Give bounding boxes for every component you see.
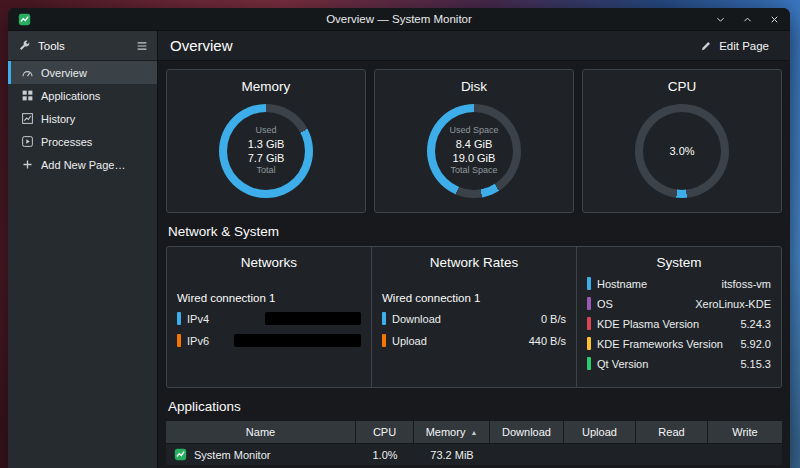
ipv6-color-bar [177,334,181,347]
download-color-bar [382,312,386,325]
sidebar-toolbar-title: Tools [38,40,65,52]
column-header-read[interactable]: Read [636,421,708,443]
disk-card: Disk Used Space 8.4 GiB 19.0 GiB Total S… [374,69,574,213]
close-icon[interactable] [769,14,780,25]
edit-page-button[interactable]: Edit Page [691,37,778,55]
download-row: Download 0 B/s [382,311,566,326]
window-controls [715,14,780,25]
sidebar-item-add-new-page[interactable]: Add New Page… [8,153,157,176]
network-rates-column: Network Rates Wired connection 1 Downloa… [371,247,576,387]
memory-gauge-text: Used 1.3 GiB 7.7 GiB Total [219,104,313,198]
cpu-card: CPU 3.0% [582,69,782,213]
memory-total-label: Total [256,165,275,177]
table-row-system-monitor[interactable]: System Monitor 1.0% 73.2 MiB [166,443,782,465]
column-header-download[interactable]: Download [490,421,564,443]
qt-version-row: Qt Version 5.15.3 [587,356,771,371]
sort-ascending-icon: ▲ [470,429,477,436]
window-body: Tools Overview Applications History Proc… [8,31,790,468]
system-monitor-mini-icon [174,448,187,461]
plasma-version-label: KDE Plasma Version [597,318,699,330]
column-header-name[interactable]: Name [166,421,356,443]
memory-used-label: Used [255,125,276,137]
sidebar-item-overview[interactable]: Overview [8,61,157,84]
memory-card: Memory Used 1.3 GiB 7.7 GiB Total [166,69,366,213]
applications-table-header: Name CPU Memory▲ Download Upload Read Wr… [166,421,782,443]
edit-page-label: Edit Page [719,40,769,52]
disk-card-title: Disk [375,79,573,94]
page-content: Memory Used 1.3 GiB 7.7 GiB Total Disk [158,61,790,468]
titlebar: Overview — System Monitor [8,8,790,31]
gauge-icon [21,66,34,79]
rates-connection-name: Wired connection 1 [382,292,566,304]
plasma-color-bar [587,317,591,330]
column-header-download-label: Download [502,426,551,438]
frameworks-version-value: 5.92.0 [740,338,771,350]
download-value: 0 B/s [541,313,566,325]
column-header-write-label: Write [732,426,757,438]
window-title: Overview — System Monitor [8,13,790,25]
ipv6-row: IPv6 [177,333,361,348]
network-system-section-title: Network & System [168,224,780,239]
system-monitor-app-icon [18,13,31,26]
hostname-label: Hostname [597,278,647,290]
frameworks-version-row: KDE Frameworks Version 5.92.0 [587,336,771,351]
applications-section-title: Applications [168,399,780,414]
sidebar: Tools Overview Applications History Proc… [8,31,158,468]
network-rates-title: Network Rates [382,255,566,270]
memory-used-value: 1.3 GiB [248,137,285,151]
os-label: OS [597,298,613,310]
column-header-upload[interactable]: Upload [564,421,636,443]
tools-icon [18,39,31,52]
frameworks-version-label: KDE Frameworks Version [597,338,723,350]
download-label: Download [392,313,441,325]
app-cpu-cell: 1.0% [356,449,414,461]
maximize-icon[interactable] [742,14,753,25]
sidebar-item-processes[interactable]: Processes [8,130,157,153]
page-header: Overview Edit Page [158,31,790,61]
memory-gauge: Used 1.3 GiB 7.7 GiB Total [219,104,313,198]
disk-used-label: Used Space [449,125,498,137]
qt-version-label: Qt Version [597,358,648,370]
column-header-memory[interactable]: Memory▲ [414,421,490,443]
networks-column: Networks Wired connection 1 IPv4 IPv6 [167,247,371,387]
disk-total-value: 19.0 GiB [453,151,496,165]
history-chart-icon [21,112,34,125]
ipv6-label: IPv6 [187,335,209,347]
system-title: System [587,255,771,270]
main-area: Overview Edit Page Memory Used 1.3 GiB [158,31,790,468]
column-header-memory-label: Memory [426,426,466,438]
plus-icon [21,158,34,171]
memory-total-value: 7.7 GiB [248,151,285,165]
minimize-icon[interactable] [715,14,726,25]
column-header-name-label: Name [246,426,275,438]
ipv4-label: IPv4 [187,313,209,325]
hostname-color-bar [587,277,591,290]
upload-value: 440 B/s [529,335,566,347]
hostname-value: itsfoss-vm [722,278,772,290]
networks-title: Networks [177,255,361,270]
gauges-row: Memory Used 1.3 GiB 7.7 GiB Total Disk [166,69,782,213]
upload-color-bar [382,334,386,347]
ipv4-redacted-value [265,312,361,325]
plasma-version-row: KDE Plasma Version 5.24.3 [587,316,771,331]
column-header-write[interactable]: Write [708,421,782,443]
sidebar-item-label: Add New Page… [41,159,125,171]
qt-color-bar [587,357,591,370]
sidebar-item-label: Overview [41,67,87,79]
disk-total-label: Total Space [450,165,497,177]
hamburger-menu-icon[interactable] [135,39,149,53]
sidebar-item-applications[interactable]: Applications [8,84,157,107]
page-title: Overview [170,37,233,54]
networks-connection-name: Wired connection 1 [177,292,361,304]
sidebar-item-label: History [41,113,75,125]
sidebar-toolbar: Tools [8,31,157,61]
disk-gauge: Used Space 8.4 GiB 19.0 GiB Total Space [427,104,521,198]
os-row: OS XeroLinux-KDE [587,296,771,311]
ipv4-color-bar [177,312,181,325]
cpu-gauge: 3.0% [635,104,729,198]
cpu-gauge-text: 3.0% [635,104,729,198]
system-column: System Hostname itsfoss-vm OS XeroLinux-… [576,247,781,387]
disk-gauge-text: Used Space 8.4 GiB 19.0 GiB Total Space [427,104,521,198]
sidebar-item-history[interactable]: History [8,107,157,130]
column-header-cpu[interactable]: CPU [356,421,414,443]
